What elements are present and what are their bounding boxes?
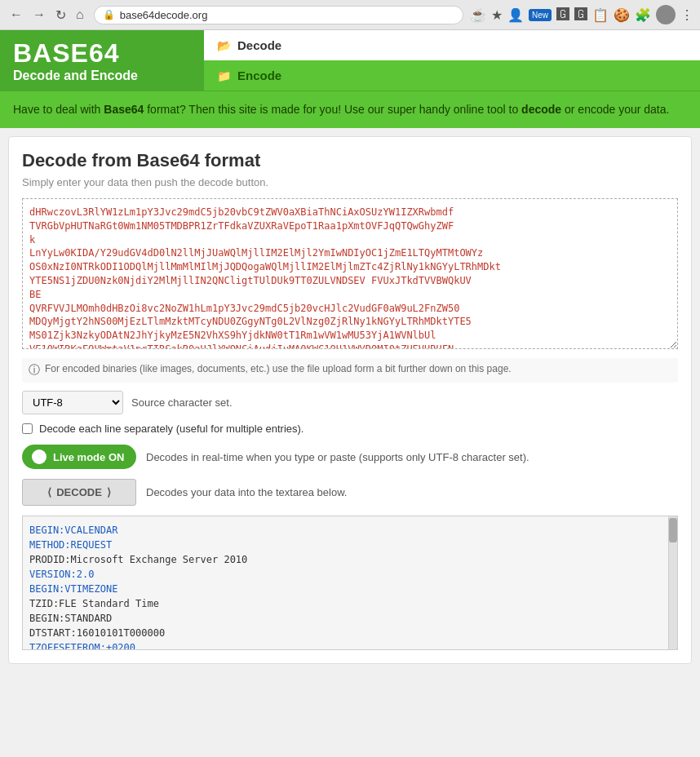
decode-btn-desc: Decodes your data into the textarea belo…: [146, 486, 347, 498]
decode-tab-label: Decode: [237, 38, 281, 52]
logo-text: BASE64: [13, 38, 191, 69]
desc-bold-decode: decode: [521, 103, 561, 116]
site-description: Have to deal with Base64 format? Then th…: [0, 91, 700, 128]
output-textarea: BEGIN:VCALENDAR METHOD:REQUEST PRODID:Mi…: [22, 516, 678, 650]
user-avatar[interactable]: [656, 5, 676, 24]
desc-text1: Have to deal with: [13, 103, 104, 116]
encode-tab-icon: 📁: [217, 69, 231, 82]
output-container: BEGIN:VCALENDAR METHOD:REQUEST PRODID:Mi…: [22, 516, 678, 650]
output-line-2: METHOD:REQUEST: [29, 538, 671, 552]
main-content: Decode from Base64 format Simply enter y…: [8, 136, 692, 664]
decode-button[interactable]: ⟨ DECODE ⟩: [22, 479, 136, 506]
browser-toolbar-icons: ☕ ★ 👤 New 🅶 🅶 📋 🍪 🧩 ⋮: [470, 5, 693, 24]
charset-row: UTF-8 UTF-16 ISO-8859-1 Windows-1252 Sou…: [22, 391, 678, 414]
decode-chevron-right: ⟩: [107, 486, 111, 498]
tab-decode[interactable]: 📂 Decode: [204, 30, 700, 60]
site-logo: BASE64 Decode and Encode: [0, 30, 204, 91]
decode-btn-row: ⟨ DECODE ⟩ Decodes your data into the te…: [22, 479, 678, 506]
charset-select[interactable]: UTF-8 UTF-16 ISO-8859-1 Windows-1252: [22, 391, 123, 414]
tagline: Decode and Encode: [13, 69, 191, 83]
output-line-5: BEGIN:VTIMEZONE: [29, 582, 671, 596]
decode-lines-checkbox[interactable]: [22, 423, 33, 434]
output-line-3: PRODID:Microsoft Exchange Server 2010: [29, 552, 671, 567]
desc-text2: format? Then this site is made for you! …: [144, 103, 521, 116]
scrollbar-track[interactable]: [668, 516, 678, 650]
url-text: base64decode.org: [120, 9, 454, 21]
extension2-icon[interactable]: 🅶: [574, 7, 587, 22]
lock-icon: 🔒: [103, 9, 115, 20]
profile-icon[interactable]: 👤: [507, 7, 524, 23]
home-button[interactable]: ⌂: [73, 6, 87, 24]
tab-encode[interactable]: 📁 Encode: [204, 60, 700, 91]
section-subtitle: Simply enter your data then push the dec…: [22, 176, 678, 188]
section-title: Decode from Base64 format: [22, 150, 678, 171]
desc-text3: or encode your data.: [561, 103, 669, 116]
output-line-9: TZOFFSETFROM:+0200: [29, 640, 671, 650]
decode-tab-icon: 📂: [217, 39, 231, 52]
desc-bold-base64: Base64: [104, 103, 144, 116]
decode-button-label: DECODE: [56, 486, 102, 498]
checkbox-row: Decode each line separately (useful for …: [22, 423, 678, 435]
new-badge: New: [529, 9, 552, 21]
nav-tabs: 📂 Decode 📁 Encode: [204, 30, 700, 91]
toggle-dot: [32, 449, 47, 464]
address-bar[interactable]: 🔒 base64decode.org: [94, 6, 463, 24]
extensions-icon[interactable]: ☕: [470, 7, 486, 23]
extension4-icon[interactable]: 🍪: [614, 7, 630, 23]
puzzle-icon[interactable]: 🧩: [635, 7, 651, 23]
live-mode-label: Live mode ON: [53, 451, 124, 463]
charset-label: Source character set.: [131, 396, 233, 409]
decode-chevron-left: ⟨: [47, 486, 51, 498]
live-mode-desc: Decodes in real-time when you type or pa…: [146, 451, 529, 463]
output-line-4: VERSION:2.0: [29, 567, 671, 582]
forward-button[interactable]: →: [29, 6, 49, 24]
encode-tab-label: Encode: [237, 69, 281, 82]
reload-button[interactable]: ↻: [52, 6, 69, 24]
info-icon: ⓘ: [29, 363, 40, 378]
output-line-1: BEGIN:VCALENDAR: [29, 523, 671, 538]
live-mode-row: Live mode ON Decodes in real-time when y…: [22, 445, 678, 469]
menu-icon[interactable]: ⋮: [680, 7, 693, 23]
output-line-8: DTSTART:16010101T000000: [29, 626, 671, 640]
live-mode-toggle[interactable]: Live mode ON: [22, 445, 136, 469]
scrollbar-thumb[interactable]: [669, 518, 677, 542]
extension3-icon[interactable]: 📋: [592, 7, 609, 23]
browser-chrome: ← → ↻ ⌂ 🔒 base64decode.org ☕ ★ 👤 New 🅶 🅶…: [0, 0, 700, 30]
info-note: ⓘ For encoded binaries (like images, doc…: [22, 358, 678, 383]
checkbox-label[interactable]: Decode each line separately (useful for …: [39, 423, 303, 435]
extension1-icon[interactable]: 🅶: [556, 7, 569, 22]
site-header: BASE64 Decode and Encode 📂 Decode 📁 Enco…: [0, 30, 700, 91]
nav-buttons: ← → ↻ ⌂: [7, 6, 87, 24]
bookmark-icon[interactable]: ★: [491, 7, 503, 23]
output-line-6: TZID:FLE Standard Time: [29, 596, 671, 611]
base64-input[interactable]: dHRwczovL3RlYW1zLm1pY3Jvc29mdC5jb20vbC9t…: [22, 198, 678, 349]
back-button[interactable]: ←: [7, 6, 26, 24]
output-line-7: BEGIN:STANDARD: [29, 611, 671, 626]
info-note-text: For encoded binaries (like images, docum…: [45, 363, 512, 374]
